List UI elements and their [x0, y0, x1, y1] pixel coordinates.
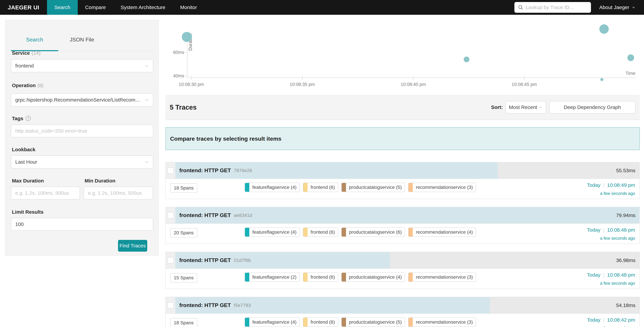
x-tick-label: 10:08:30 pm — [171, 82, 211, 87]
trace-relative-time: a few seconds ago — [587, 281, 635, 286]
service-chip-label: featureflagservice (4) — [249, 183, 300, 192]
trace-title[interactable]: frontend: HTTP GET — [179, 302, 231, 308]
max-duration-input[interactable]: e.g. 1.2s, 100ms, 500us — [11, 187, 80, 200]
service-chip: productcatalogservice (5) — [341, 318, 405, 327]
nav-item-search[interactable]: Search — [47, 0, 78, 15]
trace-title[interactable]: frontend: HTTP GET — [179, 212, 231, 218]
trace-card-header[interactable]: frontend: HTTP GET f5e7783 54.18ms — [166, 297, 640, 314]
svg-text:?: ? — [27, 116, 29, 120]
service-chip: recommendationservice (3) — [408, 272, 476, 282]
span-count-chip: 20 Spans — [170, 228, 197, 238]
sort-select[interactable]: Most Recent — [506, 101, 546, 114]
trace-scatter-point[interactable] — [600, 78, 603, 81]
service-chip: frontend (6) — [303, 183, 338, 192]
nav-item-compare[interactable]: Compare — [78, 0, 113, 15]
chevron-down-icon — [144, 98, 149, 102]
trace-count: 5 Traces — [170, 104, 196, 111]
service-chip: recommendationservice (3) — [408, 318, 476, 327]
trace-scatter-point[interactable] — [628, 54, 634, 61]
service-chip-label: frontend (6) — [308, 183, 338, 192]
trace-card-header[interactable]: frontend: HTTP GET 7876e26 55.53ms — [166, 162, 640, 179]
service-chip-label: productcatalogservice (5) — [346, 318, 405, 326]
tags-input[interactable]: http.status_code=200 error=true — [11, 124, 153, 137]
service-color-swatch — [342, 273, 346, 282]
duration-scatter-chart[interactable]: Duration Time 60ms40ms10:08:30 pm10:08:3… — [165, 17, 640, 95]
find-traces-button[interactable]: Find Traces — [118, 240, 147, 252]
trace-duration-bar-track: frontend: HTTP GET 7876e26 55.53ms — [175, 162, 640, 178]
trace-scatter-point[interactable] — [464, 56, 470, 62]
service-chip: frontend (6) — [303, 318, 338, 327]
trace-card-header[interactable]: frontend: HTTP GET ae8341d 79.94ms — [166, 207, 640, 224]
trace-result-card: frontend: HTTP GET 01d7f9b 36.98ms 15 Sp… — [165, 252, 640, 289]
trace-time: 10:08:48 pm — [607, 272, 635, 278]
limit-results-input[interactable]: 100 — [11, 218, 153, 231]
span-count-chip: 15 Spans — [170, 273, 197, 282]
service-chip-label: recommendationservice (3) — [413, 318, 476, 326]
trace-timestamps: Today|10:08:48 pm a few seconds ago — [587, 272, 635, 286]
service-chip-label: featureflagservice (2) — [249, 273, 300, 282]
service-chip-list: featureflagservice (4) frontend (6) prod… — [244, 183, 476, 192]
trace-title[interactable]: frontend: HTTP GET — [179, 167, 231, 174]
sort-label: Sort: — [491, 104, 503, 110]
lookback-select[interactable]: Last Hour — [11, 156, 153, 168]
service-color-swatch — [303, 228, 308, 236]
app-logo[interactable]: JAEGER UI — [0, 0, 47, 15]
deep-dependency-graph-button[interactable]: Deep Dependency Graph — [549, 101, 636, 114]
jaeger-search-page: JAEGER UI SearchCompareSystem Architectu… — [0, 0, 644, 327]
x-axis-title: Time — [595, 71, 636, 76]
limit-results-label: Limit Results — [12, 209, 44, 215]
trace-select-checkbox[interactable] — [168, 212, 174, 218]
operation-select[interactable]: grpc.hipstershop.RecommendationService/L… — [11, 93, 153, 106]
trace-scatter-point[interactable] — [599, 24, 609, 34]
tab-json-file[interactable]: JSON File — [58, 28, 106, 51]
service-chip-label: recommendationservice (4) — [413, 228, 476, 236]
service-chip-label: recommendationservice (3) — [413, 273, 476, 282]
chevron-down-icon — [538, 105, 543, 110]
tab-search[interactable]: Search — [11, 28, 58, 51]
trace-id: 7876e26 — [234, 168, 252, 173]
min-duration-input[interactable]: e.g. 1.2s, 100ms, 500us — [84, 187, 153, 200]
trace-id: 01d7f9b — [234, 258, 251, 263]
service-select[interactable]: frontend — [11, 59, 153, 72]
trace-lookup-input[interactable]: Lookup by Trace ID... — [514, 2, 591, 13]
trace-title[interactable]: frontend: HTTP GET — [179, 257, 231, 264]
trace-card-header[interactable]: frontend: HTTP GET 01d7f9b 36.98ms — [166, 252, 640, 269]
service-color-swatch — [408, 273, 413, 282]
trace-select-checkbox[interactable] — [168, 302, 174, 308]
timestamp-separator: | — [603, 182, 604, 188]
service-chip: frontend (6) — [303, 228, 338, 237]
trace-time: 10:08:49 pm — [607, 182, 635, 188]
tags-label: Tags ? — [12, 116, 31, 122]
trace-day: Today — [587, 272, 600, 278]
trace-relative-time: a few seconds ago — [587, 326, 635, 327]
service-color-swatch — [245, 318, 249, 326]
service-chip-label: featureflagservice (4) — [249, 228, 300, 236]
trace-timestamps: Today|10:08:48 pm a few seconds ago — [587, 227, 635, 241]
trace-duration-bar-track: frontend: HTTP GET 01d7f9b 36.98ms — [175, 252, 640, 268]
x-tick-label: 10:08:45 pm — [504, 82, 544, 87]
about-jaeger-menu[interactable]: About Jaeger — [598, 0, 644, 15]
nav-item-monitor[interactable]: Monitor — [173, 0, 204, 15]
trace-time: 10:08:48 pm — [607, 227, 635, 233]
service-chip: recommendationservice (3) — [408, 183, 476, 192]
trace-duration: 55.53ms — [616, 168, 636, 174]
trace-result-card: frontend: HTTP GET ae8341d 79.94ms 20 Sp… — [165, 207, 640, 244]
trace-id: ae8341d — [234, 213, 252, 218]
lookback-label: Lookback — [12, 147, 36, 152]
nav-item-system-architecture[interactable]: System Architecture — [113, 0, 173, 15]
nav-menu: SearchCompareSystem ArchitectureMonitor — [47, 0, 204, 15]
timestamp-separator: | — [603, 227, 604, 233]
trace-select-checkbox[interactable] — [168, 257, 174, 264]
trace-card-body: 18 Spans featureflagservice (4) frontend… — [166, 314, 640, 327]
search-icon — [518, 4, 524, 10]
nav-spacer — [204, 0, 514, 15]
x-tick-label: 10:08:40 pm — [393, 82, 433, 87]
trace-select-checkbox[interactable] — [168, 167, 174, 174]
service-chip: featureflagservice (4) — [244, 228, 300, 237]
service-color-swatch — [303, 183, 308, 192]
trace-scatter-point[interactable] — [182, 32, 192, 42]
trace-timestamps: Today|10:08:49 pm a few seconds ago — [587, 182, 635, 196]
trace-day: Today — [587, 227, 600, 233]
service-color-swatch — [408, 183, 413, 192]
help-icon[interactable]: ? — [25, 116, 31, 121]
